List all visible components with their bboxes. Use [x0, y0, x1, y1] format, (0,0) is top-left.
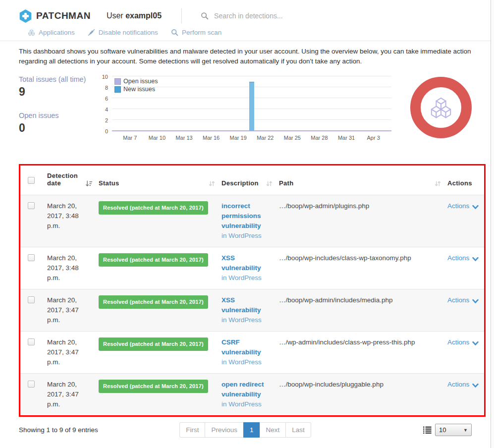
vulnerability-link[interactable]: XSS vulnerability	[221, 295, 271, 315]
resolution-donut-zone	[396, 74, 486, 149]
column-header-date[interactable]: Detection date	[43, 166, 95, 195]
patchman-logo[interactable]: PATCHMAN	[19, 9, 91, 23]
actions-dropdown[interactable]: Actions	[447, 201, 479, 211]
select-all-checkbox[interactable]	[28, 177, 35, 184]
file-path: …/boop/wp-admin/plugins.php	[279, 202, 369, 210]
search-input[interactable]	[213, 11, 322, 20]
page-button-next[interactable]: Next	[260, 422, 286, 438]
table-header-row: Detection dateStatusDescriptionPathActio…	[20, 166, 484, 195]
actions-label: Actions	[447, 380, 469, 390]
resolution-donut	[410, 77, 472, 138]
list-menu-icon	[423, 426, 432, 434]
y-tick-label: 6	[98, 96, 108, 102]
table-row: March 20, 2017, 3:47 p.m. Resolved (patc…	[20, 374, 484, 416]
page-button-previous[interactable]: Previous	[205, 422, 244, 438]
page-button-last[interactable]: Last	[285, 422, 311, 438]
detection-date: March 20, 2017, 3:48 p.m.	[43, 247, 95, 289]
sort-icon	[434, 180, 441, 187]
page-button-1[interactable]: 1	[243, 422, 260, 438]
column-header-select	[20, 166, 43, 195]
actions-dropdown[interactable]: Actions	[447, 253, 479, 263]
actions-label: Actions	[447, 337, 469, 347]
legend-label: Open issues	[123, 78, 158, 85]
header-nav: ApplicationsDisable notificationsPerform…	[28, 29, 494, 36]
page-length-select[interactable]: 10 ▼	[435, 424, 472, 436]
row-checkbox[interactable]	[28, 254, 35, 261]
vulnerability-link[interactable]: CSRF vulnerability	[221, 337, 271, 357]
status-badge: Resolved (patched at March 20, 2017)	[99, 253, 208, 267]
nav-link-applications[interactable]: Applications	[28, 29, 75, 36]
table-row: March 20, 2017, 3:47 p.m. Resolved (patc…	[20, 289, 484, 332]
nav-link-disable-notifications[interactable]: Disable notifications	[88, 29, 158, 36]
file-path: …/wp-admin/includes/class-wp-press-this.…	[279, 338, 415, 346]
page-length-value: 10	[439, 426, 446, 434]
y-tick-label: 2	[98, 117, 108, 123]
page-button-first[interactable]: First	[179, 422, 205, 438]
x-tick-label: Mar 10	[149, 135, 165, 141]
nav-link-perform-scan[interactable]: Perform scan	[171, 29, 221, 36]
cubes-icon	[28, 29, 35, 36]
file-path: …/boop/wp-includes/pluggable.php	[279, 381, 384, 388]
actions-dropdown[interactable]: Actions	[447, 337, 479, 347]
legend-entry: Open issues	[114, 78, 158, 85]
chart-y-axis: 0246810	[99, 76, 109, 131]
application-link[interactable]: in WordPress	[221, 315, 271, 325]
page-title: User exampl05	[107, 11, 162, 20]
app-header: PATCHMAN User exampl05 ApplicationsDisab…	[0, 0, 494, 41]
row-checkbox[interactable]	[28, 338, 35, 345]
y-tick-label: 8	[98, 85, 108, 91]
column-header-path[interactable]: Path	[275, 166, 443, 195]
actions-dropdown[interactable]: Actions	[447, 380, 479, 390]
entries-summary: Showing 1 to 9 of 9 entries	[19, 426, 179, 434]
file-path: …/boop/wp-admin/includes/media.php	[279, 296, 393, 304]
legend-entry: New issues	[114, 86, 158, 93]
page-scrollbar[interactable]	[491, 0, 494, 448]
column-label: Detection date	[47, 172, 78, 187]
file-path: …/boop/wp-includes/class-wp-taxonomy.php	[279, 254, 411, 262]
new-issues-bar	[249, 82, 254, 131]
search-icon	[171, 29, 178, 36]
table-row: March 20, 2017, 3:48 p.m. Resolved (patc…	[20, 195, 484, 247]
chevron-down-icon	[472, 257, 479, 262]
x-tick-label: Mar 22	[257, 135, 274, 141]
column-label: Actions	[447, 179, 472, 187]
status-badge: Resolved (patched at March 20, 2017)	[99, 201, 208, 215]
column-header-actions: Actions	[443, 166, 484, 195]
actions-dropdown[interactable]: Actions	[447, 295, 479, 305]
issues-chart: 0246810 Open issuesNew issues Mar 7Mar 1…	[99, 74, 396, 149]
column-label: Description	[221, 179, 259, 187]
legend-label: New issues	[123, 86, 155, 93]
x-tick-label: Mar 31	[338, 135, 355, 141]
search-bar	[201, 11, 322, 20]
pagination: FirstPrevious1NextLast	[179, 422, 311, 438]
sort-icon	[208, 180, 216, 187]
row-checkbox[interactable]	[28, 296, 35, 303]
chart-legend: Open issuesNew issues	[114, 78, 158, 94]
vulnerability-link[interactable]: incorrect permissions vulnerability	[221, 201, 271, 231]
actions-label: Actions	[447, 295, 469, 305]
dashboard-intro: This dashboard shows you software vulner…	[19, 47, 480, 66]
stat-label: Open issues	[19, 112, 99, 119]
row-checkbox[interactable]	[28, 381, 35, 388]
vulnerability-link[interactable]: XSS vulnerability	[221, 253, 271, 273]
chevron-down-icon	[472, 205, 479, 210]
chart-gridline	[112, 76, 391, 76]
table-row: March 20, 2017, 3:48 p.m. Resolved (patc…	[20, 247, 484, 289]
table-row: March 20, 2017, 3:47 p.m. Resolved (patc…	[20, 332, 484, 374]
application-link[interactable]: in WordPress	[221, 231, 271, 241]
column-header-description[interactable]: Description	[218, 166, 275, 195]
application-link[interactable]: in WordPress	[221, 357, 271, 367]
x-tick-label: Mar 28	[311, 135, 328, 141]
status-badge: Resolved (patched at March 20, 2017)	[99, 295, 208, 309]
nav-link-label: Perform scan	[182, 29, 221, 36]
page-length-control: 10 ▼	[311, 424, 486, 436]
application-link[interactable]: in WordPress	[221, 399, 271, 409]
nav-link-label: Applications	[39, 29, 75, 36]
column-header-status[interactable]: Status	[95, 166, 218, 195]
vulnerability-link[interactable]: open redirect vulnerability	[221, 380, 271, 399]
stats-panel: Total issues (all time)9Open issues0	[19, 74, 99, 149]
application-link[interactable]: in WordPress	[221, 273, 271, 283]
row-checkbox[interactable]	[28, 202, 35, 209]
chart-plot-area: Open issuesNew issues	[112, 76, 391, 131]
x-tick-label: Mar 19	[230, 135, 247, 141]
